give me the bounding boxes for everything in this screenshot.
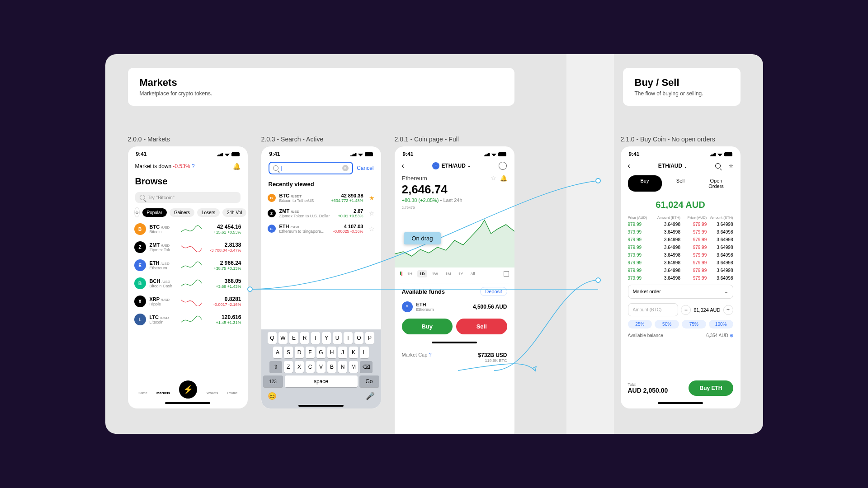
key-D[interactable]: D xyxy=(295,347,304,358)
pct-50[interactable]: 50% xyxy=(655,320,679,328)
recent-row[interactable]: E ETH /SGDEthereum to Singapore... 4 107… xyxy=(267,221,376,236)
coin-row[interactable]: L LTC /USDLitecoin 120.616+1.45 +1.31% xyxy=(133,310,242,328)
nav-wallets[interactable]: Wallets xyxy=(207,391,218,395)
fund-row[interactable]: Ξ ETH Ethereum 4,500.56 AUD xyxy=(400,300,509,314)
key-M[interactable]: M xyxy=(349,361,358,373)
key-G[interactable]: G xyxy=(316,347,326,358)
key-B[interactable]: B xyxy=(327,361,336,373)
pair-selector[interactable]: Ξ ETH/AUD ⌄ xyxy=(432,162,470,169)
recent-row[interactable]: Z ZMT /USDZipmex Token to U.S. Dollar 2.… xyxy=(267,206,376,221)
chip-popular[interactable]: Popular xyxy=(142,208,167,217)
tab-1w[interactable]: 1W xyxy=(430,270,441,277)
key-V[interactable]: V xyxy=(316,361,326,373)
key-J[interactable]: J xyxy=(338,347,347,358)
tab-orders[interactable]: Open Orders xyxy=(699,175,733,192)
tab-1d[interactable]: 1D xyxy=(417,270,427,277)
cancel-link[interactable]: Cancel xyxy=(357,165,373,171)
chip-vol[interactable]: 24h Vol xyxy=(222,208,246,217)
coin-row[interactable]: B BCH /USDBitcoin Cash 368.05+3.68 +1.43… xyxy=(133,274,242,292)
frame-buy[interactable]: 2.1.0 - Buy Coin - No open orders 9:41 ‹… xyxy=(621,136,741,408)
recent-row[interactable]: B BTC /USDTBitcoin to TetherUS 42 890.38… xyxy=(267,190,376,206)
key-F[interactable]: F xyxy=(306,347,315,358)
mic-key[interactable]: 🎤 xyxy=(366,392,375,400)
key-I[interactable]: I xyxy=(344,332,353,344)
go-key[interactable]: Go xyxy=(359,375,379,387)
buy-button[interactable]: Buy xyxy=(402,319,453,334)
star-icon[interactable]: ☆ xyxy=(369,210,375,217)
pair-selector[interactable]: ETH/AUD ⌄ xyxy=(635,163,711,169)
space-key[interactable]: space xyxy=(285,375,358,387)
book-row[interactable]: 979.993.64998979.993.64998 xyxy=(626,221,735,228)
deposit-button[interactable]: Deposit xyxy=(480,287,507,296)
expand-icon[interactable] xyxy=(504,271,509,277)
tab-1m[interactable]: 1M xyxy=(443,270,453,277)
tab-sell[interactable]: Sell xyxy=(664,175,698,192)
clear-icon[interactable]: ✕ xyxy=(342,165,349,171)
star-icon[interactable]: ☆ xyxy=(729,163,733,169)
favorites-chip[interactable]: ☆ xyxy=(134,207,140,217)
nav-profile[interactable]: Profile xyxy=(227,391,238,395)
key-T[interactable]: T xyxy=(311,332,320,344)
key-P[interactable]: P xyxy=(365,332,374,344)
bell-icon[interactable]: 🔔 xyxy=(233,163,241,170)
search-icon[interactable] xyxy=(715,163,721,169)
bell-icon[interactable]: 🔔 xyxy=(500,175,507,182)
book-row[interactable]: 979.993.64998979.993.64998 xyxy=(626,274,735,282)
book-row[interactable]: 979.993.64998979.993.64998 xyxy=(626,236,735,244)
star-icon[interactable]: ★ xyxy=(369,194,375,202)
coin-row[interactable]: E ETH /USDEthereum 2 966.24+38.75 +0.13% xyxy=(133,256,242,274)
price-chart[interactable]: On drag xyxy=(395,213,514,267)
key-E[interactable]: E xyxy=(289,332,298,344)
frame-markets[interactable]: 2.0.0 - Markets 9:41 Market is down -0.5… xyxy=(128,136,248,434)
buy-cta[interactable]: Buy ETH xyxy=(689,380,733,396)
key-W[interactable]: W xyxy=(278,332,288,344)
pct-75[interactable]: 75% xyxy=(682,320,706,328)
search-input[interactable]: Try "Bitcoin" xyxy=(135,192,241,203)
key-N[interactable]: N xyxy=(338,361,347,373)
key-U[interactable]: U xyxy=(333,332,342,344)
frame-coin[interactable]: 2.0.1 - Coin page - Full 9:41 ‹ Ξ ETH/AU… xyxy=(395,136,514,434)
coin-row[interactable]: X XRP /USDRipple 0.8281-0.0017 -2.16% xyxy=(133,292,242,310)
nav-markets[interactable]: Markets xyxy=(156,391,170,395)
key-K[interactable]: K xyxy=(349,347,358,358)
shift-key[interactable]: ⇧ xyxy=(269,361,282,373)
coin-row[interactable]: B BTC /USDBitcoin 42 454.16+15.61 +0.53% xyxy=(133,220,242,238)
key-X[interactable]: X xyxy=(295,361,304,373)
backspace-key[interactable]: ⌫ xyxy=(360,361,373,373)
book-row[interactable]: 979.993.64998979.993.64998 xyxy=(626,244,735,251)
key-S[interactable]: S xyxy=(284,347,293,358)
num-key[interactable]: 123 xyxy=(263,375,283,387)
coin-row[interactable]: Z ZMT /USDZipmex Tok... 2.8138-3 708.04 … xyxy=(133,238,242,256)
amount-input[interactable]: Amount (BTC) xyxy=(628,303,679,316)
book-row[interactable]: 979.993.64998979.993.64998 xyxy=(626,228,735,236)
chip-losers[interactable]: Losers xyxy=(197,208,220,217)
tab-1y[interactable]: 1Y xyxy=(456,270,466,277)
frame-search[interactable]: 2.0.3 - Search - Active 9:41 | ✕ Cancel … xyxy=(261,136,381,434)
pct-100[interactable]: 100% xyxy=(709,320,733,328)
nav-home[interactable]: Home xyxy=(138,391,147,395)
tab-1h[interactable]: 1H xyxy=(405,270,415,277)
tab-all[interactable]: All xyxy=(468,270,477,277)
key-R[interactable]: R xyxy=(300,332,309,344)
key-L[interactable]: L xyxy=(360,347,369,358)
chip-gainers[interactable]: Gainers xyxy=(170,208,194,217)
key-Q[interactable]: Q xyxy=(268,332,277,344)
book-row[interactable]: 979.993.64998979.993.64998 xyxy=(626,267,735,274)
nav-center-button[interactable]: ⚡ xyxy=(179,380,197,399)
minus-button[interactable]: − xyxy=(681,305,691,315)
emoji-key[interactable]: 😊 xyxy=(268,392,277,400)
key-O[interactable]: O xyxy=(354,332,363,344)
star-icon[interactable]: ☆ xyxy=(369,225,375,232)
key-C[interactable]: C xyxy=(306,361,315,373)
key-H[interactable]: H xyxy=(327,347,336,358)
plus-button[interactable]: + xyxy=(723,305,733,315)
order-type-selector[interactable]: Market order⌄ xyxy=(628,285,733,299)
book-row[interactable]: 979.993.64998979.993.64998 xyxy=(626,251,735,259)
pct-25[interactable]: 25% xyxy=(628,320,652,328)
star-icon[interactable]: ☆ xyxy=(491,174,496,182)
search-field-active[interactable]: | ✕ xyxy=(269,162,354,174)
history-icon[interactable] xyxy=(499,162,507,170)
key-Y[interactable]: Y xyxy=(322,332,331,344)
back-button[interactable]: ‹ xyxy=(628,162,630,170)
book-row[interactable]: 979.993.64998979.993.64998 xyxy=(626,259,735,267)
